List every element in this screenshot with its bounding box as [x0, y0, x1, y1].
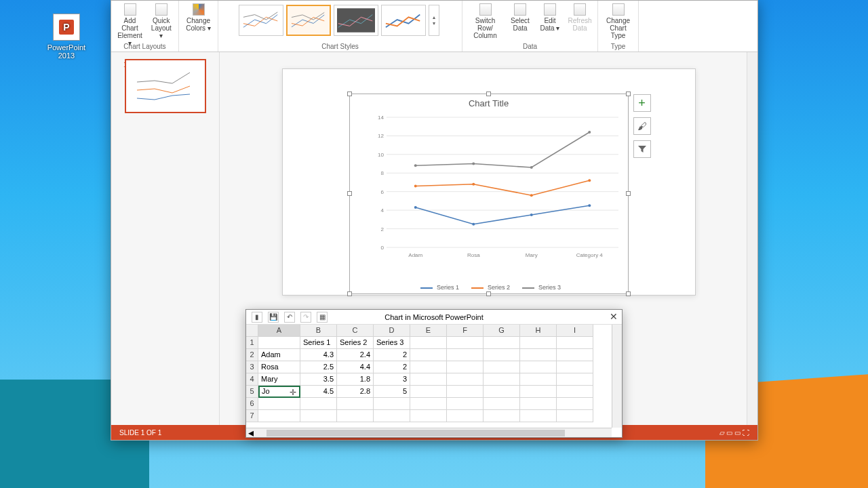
cell[interactable]: [337, 410, 374, 422]
desktop-shortcut-powerpoint[interactable]: P PowerPoint 2013: [46, 14, 87, 60]
cell[interactable]: [410, 398, 447, 410]
add-chart-element-button[interactable]: Add Chart Element ▾: [115, 2, 145, 48]
chart-filters-button[interactable]: [633, 140, 651, 158]
style-thumb-selected[interactable]: [286, 5, 331, 36]
cell[interactable]: [484, 349, 520, 361]
cell[interactable]: [447, 410, 484, 422]
cell[interactable]: [484, 373, 520, 386]
chart-styles-button[interactable]: 🖌: [633, 117, 651, 135]
cell[interactable]: [374, 410, 410, 422]
cell[interactable]: [520, 361, 557, 373]
cell[interactable]: [410, 349, 447, 361]
chart-elements-button[interactable]: +: [633, 94, 651, 112]
cell[interactable]: 4.4: [337, 361, 374, 373]
select-data-button[interactable]: Select Data: [507, 2, 534, 33]
column-header[interactable]: F: [447, 325, 484, 337]
cell[interactable]: 2: [374, 361, 410, 373]
cell[interactable]: [410, 373, 447, 386]
cell[interactable]: [447, 337, 484, 349]
cell[interactable]: [557, 373, 593, 386]
row-header[interactable]: 5: [246, 386, 258, 398]
column-header[interactable]: E: [410, 325, 447, 337]
column-header[interactable]: D: [374, 325, 410, 337]
cell[interactable]: [520, 373, 557, 386]
row-header[interactable]: 2: [246, 349, 258, 361]
cell[interactable]: 2.4: [337, 349, 374, 361]
cell[interactable]: 4.3: [300, 349, 337, 361]
close-button[interactable]: ✕: [610, 311, 618, 322]
column-header[interactable]: G: [484, 325, 520, 337]
column-header[interactable]: I: [557, 325, 593, 337]
cell[interactable]: [410, 337, 447, 349]
cell[interactable]: [557, 361, 593, 373]
cell[interactable]: Series 3: [374, 337, 410, 349]
cell[interactable]: 4.5: [300, 386, 337, 398]
cell[interactable]: [557, 349, 593, 361]
cell[interactable]: 3: [374, 373, 410, 386]
chart-legend[interactable]: Series 1Series 2Series 3: [350, 284, 628, 291]
chart-style-gallery[interactable]: ▴▾: [239, 5, 442, 36]
data-vertical-scrollbar[interactable]: [612, 325, 622, 428]
vertical-scrollbar[interactable]: [747, 52, 757, 425]
cell[interactable]: [520, 337, 557, 349]
style-thumb[interactable]: [381, 5, 426, 36]
chart-object[interactable]: Chart Title 02468101214AdamRosaMaryCateg…: [349, 94, 629, 294]
chart-data-window[interactable]: ▮ 💾 ↶ ↷ ▦ Chart in Microsoft PowerPoint …: [245, 309, 623, 438]
row-header[interactable]: 6: [246, 398, 258, 410]
cell[interactable]: [484, 398, 520, 410]
cell[interactable]: [447, 386, 484, 398]
slide-thumbnail[interactable]: [125, 59, 206, 113]
cell[interactable]: [258, 410, 300, 422]
redo-icon[interactable]: ↷: [300, 312, 311, 323]
slide-canvas[interactable]: Chart Title 02468101214AdamRosaMaryCateg…: [282, 68, 696, 296]
undo-icon[interactable]: ↶: [284, 312, 295, 323]
cell[interactable]: [484, 386, 520, 398]
cell[interactable]: [258, 337, 300, 349]
cell[interactable]: Series 1: [300, 337, 337, 349]
cell[interactable]: [410, 410, 447, 422]
cell[interactable]: Adam: [258, 349, 300, 361]
data-window-titlebar[interactable]: ▮ 💾 ↶ ↷ ▦ Chart in Microsoft PowerPoint …: [246, 310, 622, 325]
cell[interactable]: [557, 410, 593, 422]
status-right-controls[interactable]: ▱ ▭ ▭ ⛶: [719, 429, 749, 436]
cell[interactable]: [557, 337, 593, 349]
row-header[interactable]: 1: [246, 337, 258, 349]
cell-editing[interactable]: Jo✛: [258, 386, 300, 398]
cell[interactable]: [484, 410, 520, 422]
column-header[interactable]: C: [337, 325, 374, 337]
cell[interactable]: [410, 386, 447, 398]
cell[interactable]: Series 2: [337, 337, 374, 349]
row-header[interactable]: 4: [246, 373, 258, 386]
cell[interactable]: [300, 398, 337, 410]
cell[interactable]: [447, 349, 484, 361]
cell[interactable]: [337, 398, 374, 410]
cell[interactable]: [374, 398, 410, 410]
cell[interactable]: 3.5: [300, 373, 337, 386]
cell[interactable]: Rosa: [258, 361, 300, 373]
cell[interactable]: [410, 361, 447, 373]
cell[interactable]: 2.8: [337, 386, 374, 398]
row-header[interactable]: 3: [246, 361, 258, 373]
style-thumb[interactable]: [239, 5, 283, 36]
cell[interactable]: [447, 398, 484, 410]
spreadsheet-grid[interactable]: ABCDEFGHI1Series 1Series 2Series 32Adam4…: [246, 325, 622, 422]
cell[interactable]: [520, 386, 557, 398]
chart-title[interactable]: Chart Title: [350, 94, 628, 113]
cell[interactable]: [484, 337, 520, 349]
save-icon[interactable]: 💾: [268, 312, 279, 323]
style-thumb[interactable]: [334, 5, 378, 36]
cell[interactable]: [484, 361, 520, 373]
cell[interactable]: [520, 410, 557, 422]
quick-layout-button[interactable]: Quick Layout ▾: [148, 2, 175, 41]
cell[interactable]: 2.5: [300, 361, 337, 373]
column-header[interactable]: B: [300, 325, 337, 337]
cell[interactable]: [520, 349, 557, 361]
cell[interactable]: [447, 361, 484, 373]
cell[interactable]: [520, 398, 557, 410]
cell[interactable]: [447, 373, 484, 386]
change-colors-button[interactable]: Change Colors ▾: [183, 2, 214, 33]
cell[interactable]: [300, 410, 337, 422]
column-header[interactable]: A: [258, 325, 300, 337]
cell[interactable]: 2: [374, 349, 410, 361]
column-header[interactable]: H: [520, 325, 557, 337]
